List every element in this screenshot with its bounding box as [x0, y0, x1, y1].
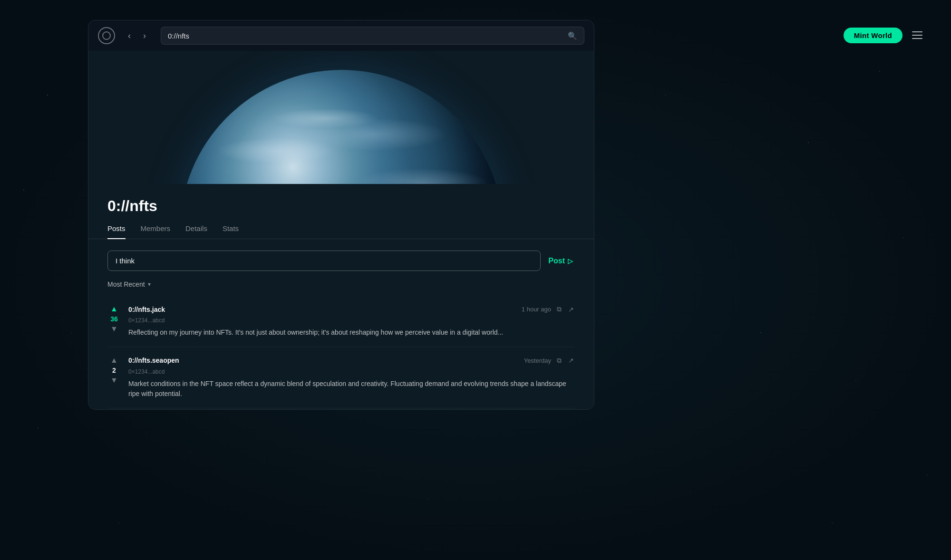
browser-logo-circle [98, 27, 115, 44]
posts-list: ▲ 36 ▼ 0://nfts.jack 1 hour ago ⧉ ↗ 0×12… [88, 296, 594, 410]
post-time-2: Yesterday [524, 357, 551, 364]
tab-posts[interactable]: Posts [107, 224, 126, 239]
menu-line-3 [912, 38, 922, 39]
community-title: 0://nfts [88, 197, 594, 215]
back-button[interactable]: ‹ [123, 29, 136, 42]
post-input-container: Post ▷ [88, 251, 594, 271]
post-text-1: Reflecting on my journey into NFTs. It's… [128, 328, 575, 338]
planet-sphere [180, 70, 503, 184]
address-input[interactable] [168, 32, 568, 40]
vote-up-button-1[interactable]: ▲ [109, 304, 119, 314]
menu-line-2 [912, 35, 922, 36]
post-author-1: 0://nfts.jack [128, 306, 165, 313]
vote-down-button-2[interactable]: ▼ [109, 376, 119, 385]
post-text-2: Market conditions in the NFT space refle… [128, 379, 575, 399]
post-author-sub-2: 0×1234...abcd [128, 368, 575, 375]
search-button[interactable]: 🔍 [568, 31, 577, 40]
content-area: 0://nfts Posts Members Details Stats Pos… [88, 184, 594, 410]
vote-up-button-2[interactable]: ▲ [109, 356, 119, 365]
share-button-2[interactable]: ↗ [567, 356, 575, 365]
table-row: ▲ 2 ▼ 0://nfts.seaopen Yesterday ⧉ ↗ 0×1… [107, 347, 575, 408]
post-label: Post [548, 257, 565, 265]
filter-label: Most Recent [107, 280, 145, 288]
vote-column-1: ▲ 36 ▼ [107, 304, 121, 338]
menu-button[interactable] [912, 31, 922, 39]
filter-chevron-icon: ▾ [148, 281, 151, 288]
nav-buttons: ‹ › [123, 29, 151, 42]
post-author-sub-1: 0×1234...abcd [128, 317, 575, 324]
tab-stats[interactable]: Stats [223, 224, 239, 239]
address-bar[interactable]: 🔍 [161, 27, 584, 45]
post-header-2: 0://nfts.seaopen Yesterday ⧉ ↗ [128, 356, 575, 366]
post-content-1: 0://nfts.jack 1 hour ago ⧉ ↗ 0×1234...ab… [128, 304, 575, 338]
post-header-1: 0://nfts.jack 1 hour ago ⧉ ↗ [128, 304, 575, 314]
planet-clouds [180, 70, 503, 184]
copy-button-2[interactable]: ⧉ [556, 356, 563, 366]
tab-details[interactable]: Details [185, 224, 207, 239]
filter-bar[interactable]: Most Recent ▾ [88, 280, 594, 288]
table-row: ▲ 12 ▼ 0://nfts.h0li 1 Jan, 2023 ⧉ ↗ 0×1… [107, 408, 575, 410]
browser-logo-inner [102, 31, 111, 40]
browser-window: ‹ › 🔍 0://nfts Posts Members Details Sta… [88, 20, 594, 410]
post-content-2: 0://nfts.seaopen Yesterday ⧉ ↗ 0×1234...… [128, 356, 575, 399]
post-author-2: 0://nfts.seaopen [128, 357, 179, 364]
browser-toolbar: ‹ › 🔍 [88, 20, 594, 51]
copy-button-1[interactable]: ⧉ [556, 304, 563, 314]
post-meta-right-2: Yesterday ⧉ ↗ [524, 356, 575, 366]
post-text-input[interactable] [107, 251, 541, 271]
post-time-1: 1 hour ago [522, 306, 551, 313]
vote-column-2: ▲ 2 ▼ [107, 356, 121, 399]
post-meta-right-1: 1 hour ago ⧉ ↗ [522, 304, 575, 314]
menu-line-1 [912, 31, 922, 32]
tab-members[interactable]: Members [141, 224, 171, 239]
post-button[interactable]: Post ▷ [546, 251, 575, 271]
vote-count-2: 2 [112, 367, 116, 374]
table-row: ▲ 36 ▼ 0://nfts.jack 1 hour ago ⧉ ↗ 0×12… [107, 296, 575, 347]
tabs-bar: Posts Members Details Stats [88, 224, 594, 239]
planet-background [175, 51, 508, 184]
top-right-ui: Mint World [844, 20, 922, 50]
share-button-1[interactable]: ↗ [567, 305, 575, 314]
mint-world-button[interactable]: Mint World [844, 28, 902, 43]
vote-down-button-1[interactable]: ▼ [109, 324, 119, 334]
post-send-icon: ▷ [568, 257, 573, 265]
vote-count-1: 36 [110, 316, 118, 322]
hero-section [88, 51, 594, 184]
forward-button[interactable]: › [138, 29, 151, 42]
